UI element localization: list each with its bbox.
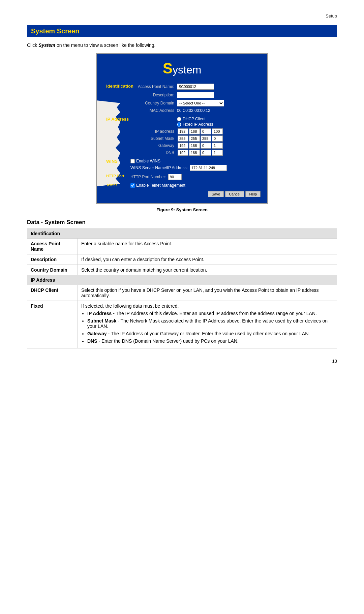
ip2-input[interactable]	[189, 128, 200, 134]
field-name-dhcp-client: DHCP Client	[27, 285, 78, 301]
http-port-row: HTTP Port Number:	[130, 174, 261, 180]
page-number: 13	[27, 359, 337, 364]
identification-section: Identification Access Point Name:	[103, 84, 261, 91]
field-desc-dhcp-client: Select this option if you have a DHCP Se…	[78, 285, 337, 301]
access-point-name-input[interactable]	[177, 84, 214, 90]
page-setup-label: Setup	[27, 13, 337, 19]
list-item: DNS - Enter the DNS (Domain Name Server)…	[87, 338, 333, 344]
table-row: Country Domain Select the country or dom…	[27, 265, 337, 275]
section-title: System Screen	[27, 25, 337, 37]
country-domain-row: Country Domain -- Select One --	[130, 100, 261, 106]
http-port-section: HTTP Port HTTP Port Number:	[103, 174, 261, 182]
sm3-input[interactable]	[201, 135, 211, 142]
mac-address-row: MAC Address 00:C0:02:00:00:12	[130, 108, 261, 113]
dhcp-row: DHCP Client Fixed IP Address	[130, 117, 261, 127]
dns-row: DNS	[130, 150, 261, 156]
torn-paper-decoration	[97, 100, 122, 186]
gw2-input[interactable]	[189, 143, 200, 149]
gw3-input[interactable]	[201, 143, 211, 149]
save-button[interactable]: Save	[208, 191, 224, 197]
sm1-input[interactable]	[178, 135, 188, 142]
table-row: Identification	[27, 229, 337, 239]
dns3-input[interactable]	[201, 150, 211, 156]
wins-server-row: WINS Server Name/IP Address:	[130, 165, 261, 171]
help-button[interactable]: Help	[245, 191, 261, 197]
gw1-input[interactable]	[178, 143, 188, 149]
field-desc-fixed: If selected, the following data must be …	[78, 301, 337, 348]
enable-telnet-checkbox[interactable]	[130, 183, 135, 188]
table-row: DHCP Client Select this option if you ha…	[27, 285, 337, 301]
ip4-input[interactable]	[212, 128, 223, 134]
dhcp-radio[interactable]	[177, 117, 181, 121]
figure-caption: Figure 9: System Screen	[27, 207, 337, 212]
identification-header: Identification	[27, 229, 337, 239]
ip1-input[interactable]	[178, 128, 188, 134]
table-row: Description If desired, you can enter a …	[27, 254, 337, 265]
gw4-input[interactable]	[212, 143, 223, 149]
dns1-input[interactable]	[178, 150, 188, 156]
telnet-row: Enable Telnet Management	[130, 183, 261, 188]
list-item: IP Address - The IP Address of this devi…	[87, 311, 333, 316]
access-point-name-row: Access Point Name:	[130, 84, 261, 90]
data-table: Identification Access Point Name Enter a…	[27, 228, 337, 348]
system-screen-screenshot: System Identification Access Point Name:…	[96, 53, 268, 204]
field-desc-country-domain: Select the country or domain matching yo…	[78, 265, 337, 275]
ip-address-label: IP Address	[106, 117, 129, 122]
field-desc-description: If desired, you can enter a description …	[78, 254, 337, 265]
telnet-section: Telnet Enable Telnet Management	[103, 183, 261, 191]
screenshot-buttons: Save Cancel Help	[130, 191, 261, 197]
subnet-row: Subnet Mask	[130, 135, 261, 142]
http-port-label: HTTP Port	[106, 174, 124, 178]
sm2-input[interactable]	[189, 135, 200, 142]
description-row: Description:	[130, 92, 261, 98]
table-row: Fixed If selected, the following data mu…	[27, 301, 337, 348]
wins-server-input[interactable]	[190, 165, 227, 171]
table-row: IP Address	[27, 275, 337, 285]
fixed-ip-radio[interactable]	[177, 122, 181, 127]
ip-address-row: IP address	[130, 128, 261, 134]
http-port-input[interactable]	[168, 174, 182, 180]
field-desc-access-point: Enter a suitable name for this Access Po…	[78, 239, 337, 254]
enable-wins-checkbox[interactable]	[130, 159, 135, 163]
screenshot-title: System	[97, 54, 267, 80]
ip-address-header: IP Address	[27, 275, 337, 285]
fixed-bullets-list: IP Address - The IP Address of this devi…	[87, 311, 333, 344]
country-domain-select[interactable]: -- Select One --	[177, 100, 224, 106]
wins-section: WINS Enable WINS WINS Server Name/IP Add…	[103, 159, 261, 173]
list-item: Subnet Mask - The Network Mask associate…	[87, 318, 333, 329]
identification-label: Identification	[106, 84, 133, 89]
gateway-row: Gateway	[130, 143, 261, 149]
screenshot-body: Identification Access Point Name: Descri…	[97, 80, 267, 203]
wins-label: WINS	[106, 159, 118, 164]
table-row: Access Point Name Enter a suitable name …	[27, 239, 337, 254]
list-item: Gateway - The IP Address of your Gateway…	[87, 331, 333, 336]
cancel-button[interactable]: Cancel	[225, 191, 244, 197]
description-input[interactable]	[177, 92, 214, 98]
dns4-input[interactable]	[212, 150, 223, 156]
sm4-input[interactable]	[212, 135, 223, 142]
enable-wins-row: Enable WINS	[130, 159, 261, 163]
field-name-fixed: Fixed	[27, 301, 78, 348]
dns2-input[interactable]	[189, 150, 200, 156]
intro-paragraph: Click System on the menu to view a scree…	[27, 42, 337, 48]
field-name-description: Description	[27, 254, 78, 265]
ip-address-section: IP Address DHCP Client Fixed IP Address	[103, 117, 261, 128]
ip3-input[interactable]	[201, 128, 211, 134]
field-name-access-point: Access Point Name	[27, 239, 78, 254]
field-name-country-domain: Country Domain	[27, 265, 78, 275]
telnet-label: Telnet	[106, 183, 117, 187]
data-section-title: Data - System Screen	[27, 219, 337, 226]
